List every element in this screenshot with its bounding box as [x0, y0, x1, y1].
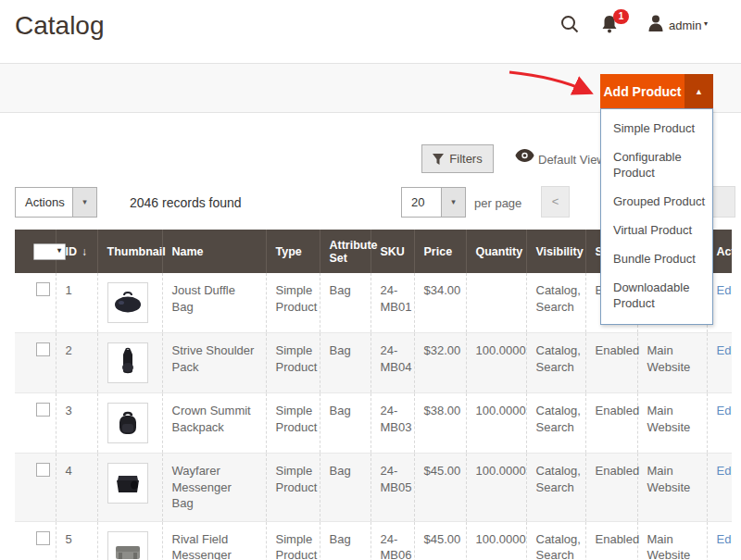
- cell-price: $45.00: [414, 454, 466, 522]
- column-header-attribute-set[interactable]: Attribute Set: [320, 230, 370, 273]
- cell-visibility: Catalog, Search: [526, 454, 585, 522]
- table-row: 5 Rival Field Messenger Simple Product B…: [15, 521, 732, 560]
- view-selector-label[interactable]: Default View: [538, 153, 606, 167]
- cell-attribute-set: Bag: [320, 333, 370, 393]
- cell-name: Crown Summit Backpack: [162, 393, 266, 454]
- cell-type: Simple Product: [266, 393, 320, 454]
- actions-select[interactable]: Actions ▾: [15, 187, 97, 218]
- cell-visibility: Catalog, Search: [526, 393, 585, 454]
- menu-item-grouped-product[interactable]: Grouped Product: [601, 187, 712, 216]
- row-checkbox[interactable]: [36, 531, 50, 545]
- cell-price: $32.00: [414, 333, 466, 393]
- search-icon[interactable]: [559, 14, 580, 38]
- menu-item-simple-product[interactable]: Simple Product: [601, 114, 712, 143]
- shoulder-pack-icon: [107, 342, 148, 383]
- edit-link[interactable]: Edit: [717, 532, 733, 546]
- edit-link[interactable]: Edit: [717, 404, 733, 417]
- view-eye-icon[interactable]: [515, 149, 534, 166]
- row-checkbox[interactable]: [36, 342, 50, 356]
- pagination-prev-button[interactable]: <: [541, 186, 570, 218]
- field-messenger-icon: [107, 531, 148, 560]
- row-checkbox[interactable]: [36, 463, 50, 477]
- cell-websites: Main Website: [637, 521, 707, 560]
- cell-type: Simple Product: [266, 333, 320, 393]
- edit-link[interactable]: Edit: [717, 343, 733, 357]
- cell-name: Wayfarer Messenger Bag: [162, 454, 266, 522]
- cell-status: Enabled: [585, 521, 637, 560]
- row-checkbox[interactable]: [36, 403, 50, 417]
- cell-id: 2: [56, 333, 97, 393]
- edit-link[interactable]: Edit: [717, 283, 733, 297]
- menu-item-configurable-product[interactable]: Configurable Product: [601, 143, 712, 187]
- menu-item-virtual-product[interactable]: Virtual Product: [601, 216, 712, 244]
- menu-item-bundle-product[interactable]: Bundle Product: [601, 244, 712, 273]
- cell-quantity: [466, 273, 526, 333]
- backpack-icon: [107, 403, 148, 443]
- cell-attribute-set: Bag: [320, 273, 370, 333]
- cell-type: Simple Product: [266, 521, 320, 560]
- column-header-quantity[interactable]: Quantity: [466, 230, 526, 273]
- column-header-type[interactable]: Type: [266, 230, 320, 273]
- sort-desc-icon: ↓: [82, 245, 87, 258]
- cell-quantity: 100.0000: [466, 454, 526, 522]
- notification-count-badge[interactable]: 1: [613, 9, 629, 24]
- actions-caret-down-icon: ▾: [72, 188, 96, 217]
- actions-select-label: Actions: [25, 188, 65, 217]
- cell-quantity: 100.0000: [466, 393, 526, 454]
- cell-attribute-set: Bag: [320, 521, 370, 560]
- cell-type: Simple Product: [266, 273, 320, 333]
- cell-price: $34.00: [414, 273, 466, 333]
- select-all-caret-down-icon: ▾: [57, 246, 61, 255]
- column-header-sku[interactable]: SKU: [370, 230, 414, 273]
- cell-sku: 24-MB06: [370, 521, 414, 560]
- select-all-checkbox[interactable]: ▾: [33, 243, 66, 260]
- per-page-select[interactable]: 20 ▾: [401, 187, 466, 218]
- edit-link[interactable]: Edit: [717, 464, 733, 478]
- admin-account-icon[interactable]: [647, 14, 664, 36]
- cell-status: Enabled: [585, 393, 637, 454]
- page-title: Catalog: [15, 11, 105, 41]
- column-header-price[interactable]: Price: [414, 230, 466, 273]
- cell-price: $45.00: [414, 521, 466, 560]
- admin-caret-down-icon[interactable]: ▾: [704, 19, 708, 28]
- cell-id: 3: [56, 393, 97, 454]
- cell-visibility: Catalog, Search: [526, 273, 585, 333]
- duffle-bag-icon: [107, 282, 148, 323]
- select-all-column-header[interactable]: ▾: [15, 230, 56, 273]
- cell-status: Enabled: [585, 454, 637, 522]
- add-product-split-button: Add Product ▲: [600, 74, 713, 108]
- column-header-thumbnail[interactable]: Thumbnail: [97, 230, 162, 273]
- column-header-visibility[interactable]: Visibility: [526, 230, 585, 273]
- per-page-caret-down-icon: ▾: [441, 188, 465, 217]
- cell-sku: 24-MB05: [370, 454, 414, 522]
- filter-funnel-icon: [433, 154, 444, 165]
- cell-status: Enabled: [585, 333, 637, 393]
- cell-id: 4: [56, 454, 97, 522]
- cell-name: Joust Duffle Bag: [162, 273, 266, 333]
- catalog-page: Catalog 1 admin ▾ Add Product ▲ Simple P…: [0, 0, 741, 560]
- add-product-toggle-button[interactable]: ▲: [684, 74, 713, 108]
- row-checkbox[interactable]: [36, 282, 50, 296]
- cell-name: Strive Shoulder Pack: [162, 333, 266, 393]
- menu-item-downloadable-product[interactable]: Downloadable Product: [601, 273, 712, 317]
- filters-button-label: Filters: [449, 152, 482, 166]
- cell-price: $38.00: [414, 393, 466, 454]
- records-found-text: 2046 records found: [130, 195, 242, 210]
- add-product-button[interactable]: Add Product: [600, 74, 684, 108]
- cell-name: Rival Field Messenger: [162, 521, 266, 560]
- per-page-label: per page: [474, 196, 521, 210]
- cell-attribute-set: Bag: [320, 454, 370, 522]
- column-header-name[interactable]: Name: [162, 230, 266, 273]
- cell-id: 1: [56, 273, 97, 333]
- admin-username[interactable]: admin: [669, 19, 701, 32]
- cell-visibility: Catalog, Search: [526, 333, 585, 393]
- cell-type: Simple Product: [266, 454, 320, 522]
- cell-attribute-set: Bag: [320, 393, 370, 454]
- cell-quantity: 100.0000: [466, 521, 526, 560]
- table-row: 4 Wayfarer Messenger Bag Simple Product …: [15, 454, 732, 522]
- per-page-value: 20: [411, 188, 424, 217]
- cell-quantity: 100.0000: [466, 333, 526, 393]
- filters-button[interactable]: Filters: [421, 144, 494, 173]
- messenger-bag-icon: [107, 463, 148, 504]
- table-row: 3 Crown Summit Backpack Simple Product B…: [15, 393, 732, 454]
